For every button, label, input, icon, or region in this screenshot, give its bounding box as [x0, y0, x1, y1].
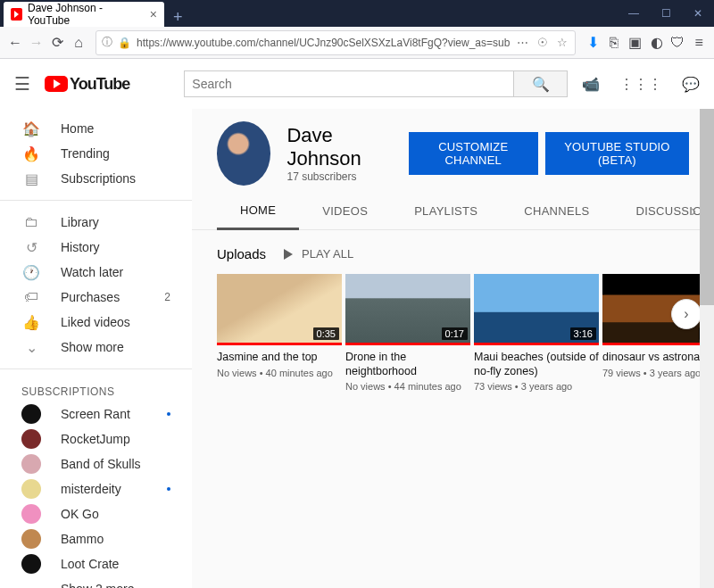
subscription-label: RocketJump [61, 432, 130, 446]
youtube-play-icon [45, 76, 68, 92]
channel-tabs: HOMEVIDEOSPLAYLISTSCHANNELSDISCUSSIONABO… [192, 193, 714, 230]
video-title: dinosaur vs astronaut [602, 351, 714, 365]
info-icon[interactable]: ⓘ [102, 35, 112, 50]
sidebar-label: Library [61, 215, 99, 229]
home-button[interactable]: ⌂ [69, 30, 88, 55]
sidebar-subscription-item[interactable]: OK Go [0, 501, 192, 526]
sidebar-item-purchases[interactable]: 🏷Purchases2 [0, 285, 192, 310]
url-text: https://www.youtube.com/channel/UCJnz90c… [137, 37, 510, 49]
sidebar-subscription-item[interactable]: Screen Rant [0, 402, 192, 427]
maximize-button[interactable]: ☐ [650, 0, 682, 27]
close-window-button[interactable]: ✕ [682, 0, 714, 27]
reload-button[interactable]: ⟳ [48, 30, 68, 55]
liked-icon: 👍 [21, 314, 41, 331]
sidebar-show-more-subs[interactable]: ⌄Show 2 more [0, 576, 192, 588]
video-title: Drone in the neightborhood [345, 351, 470, 378]
sidebar-subscription-item[interactable]: misterdeity [0, 476, 192, 501]
sidebar-subscription-item[interactable]: Band of Skulls [0, 451, 192, 476]
sidebar-item-trending[interactable]: 🔥Trending [0, 141, 192, 166]
tab-title: Dave Johnson - YouTube [28, 2, 139, 27]
sidebar-label: Show 2 more [61, 582, 134, 588]
subscriber-count: 17 subscribers [286, 170, 392, 183]
sidebar-label: Trending [61, 146, 110, 161]
channel-tab-playlists[interactable]: PLAYLISTS [391, 194, 501, 228]
subscription-label: OK Go [61, 507, 99, 521]
search-button[interactable]: 🔍 [513, 71, 567, 96]
sidebar-label: Liked videos [61, 315, 130, 329]
sidebar-label: Purchases [61, 290, 120, 304]
tabs-scroll-right-icon[interactable]: › [691, 202, 696, 220]
subscription-label: Band of Skulls [61, 457, 141, 471]
video-card[interactable]: 0:17Drone in the neightborhoodNo views •… [345, 274, 470, 392]
sidebar-subscription-item[interactable]: RocketJump [0, 427, 192, 451]
sidebar-button[interactable]: ▣ [626, 30, 645, 55]
extension-icon[interactable]: ◐ [647, 30, 667, 55]
content-scrollbar[interactable] [700, 109, 714, 588]
shield-icon[interactable]: 🛡 [668, 30, 687, 55]
video-duration: 0:35 [313, 327, 339, 340]
sidebar-item-liked[interactable]: 👍Liked videos [0, 310, 192, 335]
sidebar-show-more[interactable]: ⌄Show more [0, 335, 192, 360]
channel-tab-discussion[interactable]: DISCUSSION [612, 194, 714, 228]
url-bar[interactable]: ⓘ 🔒 https://www.youtube.com/channel/UCJn… [95, 30, 576, 55]
new-content-dot-icon [167, 412, 170, 416]
sidebar-item-subscriptions[interactable]: ▤Subscriptions [0, 166, 192, 191]
messages-icon[interactable]: 💬 [682, 76, 700, 93]
library-button[interactable]: ⎘ [604, 30, 624, 55]
reader-icon[interactable]: ☉ [536, 36, 550, 49]
play-all-button[interactable]: PLAY ALL [284, 247, 353, 261]
channel-tab-home[interactable]: HOME [217, 193, 299, 230]
video-card[interactable]: 0:35Jasmine and the topNo views • 40 min… [217, 274, 342, 392]
forward-button[interactable]: → [27, 30, 46, 55]
downloads-button[interactable]: ⬇ [583, 30, 602, 55]
purchases-count: 2 [164, 291, 170, 303]
sidebar-label: History [61, 240, 100, 254]
apps-icon[interactable]: ⋮⋮⋮ [619, 76, 662, 93]
sidebar-subscription-item[interactable]: Loot Crate [0, 551, 192, 576]
main-content: Dave Johnson 17 subscribers CUSTOMIZE CH… [192, 109, 714, 588]
create-video-icon[interactable]: 📹 [582, 76, 600, 93]
youtube-studio-button[interactable]: YOUTUBE STUDIO (BETA) [545, 132, 689, 175]
sidebar-label: Subscriptions [61, 171, 136, 186]
browser-tab[interactable]: Dave Johnson - YouTube × [4, 2, 164, 27]
video-duration: 3:16 [570, 327, 596, 340]
sidebar: 🏠Home 🔥Trending ▤Subscriptions 🗀Library … [0, 109, 192, 588]
video-thumbnail: 0:17 [345, 274, 470, 345]
search-input[interactable] [185, 71, 513, 96]
browser-toolbar: ← → ⟳ ⌂ ⓘ 🔒 https://www.youtube.com/chan… [0, 27, 714, 59]
channel-avatar-icon [21, 529, 41, 549]
channel-avatar[interactable] [217, 121, 270, 186]
uploads-heading: Uploads [217, 246, 266, 261]
back-button[interactable]: ← [5, 30, 25, 55]
video-card[interactable]: 0:16dinosaur vs astronaut79 views • 3 ye… [602, 274, 714, 392]
subscription-label: Screen Rant [61, 407, 130, 421]
subscription-label: Bammo [61, 532, 104, 546]
youtube-logo[interactable]: YouTube [45, 75, 129, 94]
sidebar-item-library[interactable]: 🗀Library [0, 210, 192, 235]
search-icon: 🔍 [532, 76, 550, 93]
videos-scroll-right-button[interactable]: › [671, 299, 702, 329]
channel-tab-channels[interactable]: CHANNELS [501, 194, 612, 228]
page-actions-icon[interactable]: ⋯ [515, 36, 530, 49]
bookmark-icon[interactable]: ☆ [555, 36, 569, 49]
video-meta: 73 views • 3 years ago [474, 381, 599, 392]
video-card[interactable]: 3:16Maui beaches (outside of no-fly zone… [474, 274, 599, 392]
sidebar-item-history[interactable]: ↺History [0, 235, 192, 260]
video-meta: 79 views • 3 years ago [602, 368, 714, 378]
youtube-favicon-icon [11, 8, 22, 21]
hamburger-menu-button[interactable]: ≡ [689, 30, 709, 55]
sidebar-subscription-item[interactable]: Bammo [0, 526, 192, 551]
guide-menu-button[interactable]: ☰ [14, 73, 30, 95]
tab-close-icon[interactable]: × [150, 7, 157, 21]
customize-channel-button[interactable]: CUSTOMIZE CHANNEL [409, 132, 538, 175]
new-tab-button[interactable]: + [164, 8, 192, 27]
minimize-button[interactable]: — [618, 0, 650, 27]
sidebar-label: Show more [61, 340, 124, 354]
sidebar-item-watch-later[interactable]: 🕐Watch later [0, 260, 192, 285]
channel-tab-videos[interactable]: VIDEOS [299, 194, 391, 228]
channel-avatar-icon [21, 429, 41, 449]
video-meta: No views • 44 minutes ago [345, 381, 470, 392]
library-icon: 🗀 [21, 214, 41, 230]
sidebar-item-home[interactable]: 🏠Home [0, 116, 192, 141]
chevron-down-icon: ⌄ [21, 581, 41, 589]
